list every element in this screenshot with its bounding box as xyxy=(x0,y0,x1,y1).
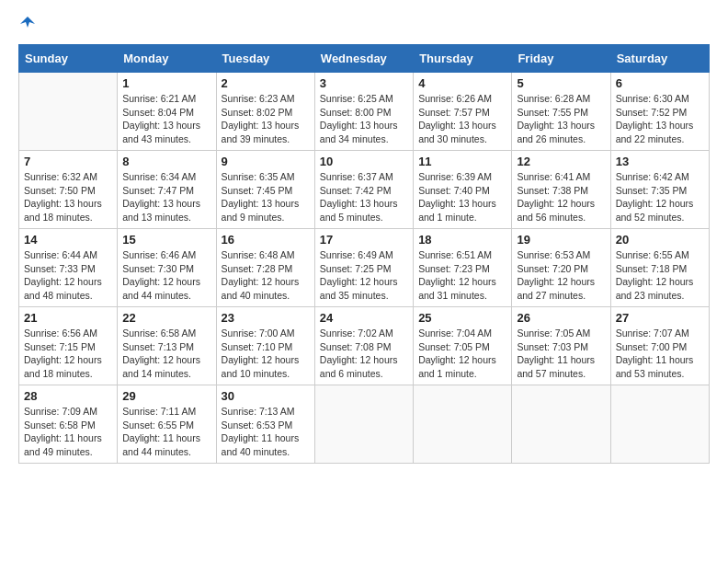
calendar-cell xyxy=(610,385,709,464)
day-number: 22 xyxy=(122,311,210,325)
calendar-cell: 8Sunrise: 6:34 AMSunset: 7:47 PMDaylight… xyxy=(118,151,216,229)
logo-bird-icon xyxy=(20,15,35,29)
calendar-cell: 24Sunrise: 7:02 AMSunset: 7:08 PMDayligh… xyxy=(314,307,413,385)
calendar-cell: 1Sunrise: 6:21 AMSunset: 8:04 PMDaylight… xyxy=(118,73,216,151)
weekday-header-friday: Friday xyxy=(512,45,610,73)
day-number: 4 xyxy=(418,76,506,90)
weekday-header-sunday: Sunday xyxy=(19,45,118,73)
day-number: 7 xyxy=(24,155,112,168)
day-info: Sunrise: 6:41 AMSunset: 7:38 PMDaylight:… xyxy=(517,170,605,224)
day-info: Sunrise: 6:35 AMSunset: 7:45 PMDaylight:… xyxy=(222,170,310,224)
calendar-cell xyxy=(414,385,512,464)
weekday-header-row: SundayMondayTuesdayWednesdayThursdayFrid… xyxy=(19,45,710,73)
day-info: Sunrise: 6:34 AMSunset: 7:47 PMDaylight:… xyxy=(122,170,210,224)
day-info: Sunrise: 6:25 AMSunset: 8:00 PMDaylight:… xyxy=(320,92,408,146)
calendar-week-row: 21Sunrise: 6:56 AMSunset: 7:15 PMDayligh… xyxy=(19,307,710,385)
day-number: 5 xyxy=(517,76,605,90)
calendar-cell: 2Sunrise: 6:23 AMSunset: 8:02 PMDaylight… xyxy=(216,73,314,151)
day-number: 25 xyxy=(418,311,506,325)
day-info: Sunrise: 6:39 AMSunset: 7:40 PMDaylight:… xyxy=(418,170,506,224)
day-number: 23 xyxy=(222,311,310,325)
calendar-cell: 11Sunrise: 6:39 AMSunset: 7:40 PMDayligh… xyxy=(414,151,512,229)
day-number: 13 xyxy=(616,155,704,168)
day-info: Sunrise: 6:58 AMSunset: 7:13 PMDaylight:… xyxy=(122,327,210,381)
day-number: 1 xyxy=(122,76,210,90)
weekday-header-monday: Monday xyxy=(118,45,216,73)
day-info: Sunrise: 6:44 AMSunset: 7:33 PMDaylight:… xyxy=(24,248,112,303)
calendar-week-row: 1Sunrise: 6:21 AMSunset: 8:04 PMDaylight… xyxy=(19,73,710,151)
day-number: 8 xyxy=(122,155,210,168)
calendar-cell: 16Sunrise: 6:48 AMSunset: 7:28 PMDayligh… xyxy=(216,229,314,307)
day-info: Sunrise: 7:05 AMSunset: 7:03 PMDaylight:… xyxy=(517,327,605,381)
calendar-cell: 22Sunrise: 6:58 AMSunset: 7:13 PMDayligh… xyxy=(118,307,216,385)
day-info: Sunrise: 7:00 AMSunset: 7:10 PMDaylight:… xyxy=(222,327,310,381)
calendar-cell: 5Sunrise: 6:28 AMSunset: 7:55 PMDaylight… xyxy=(512,73,610,151)
day-info: Sunrise: 6:37 AMSunset: 7:42 PMDaylight:… xyxy=(320,170,408,224)
day-info: Sunrise: 6:30 AMSunset: 7:52 PMDaylight:… xyxy=(616,92,704,146)
day-number: 21 xyxy=(24,311,112,325)
day-info: Sunrise: 7:13 AMSunset: 6:53 PMDaylight:… xyxy=(222,405,310,459)
day-number: 11 xyxy=(418,155,506,168)
calendar-cell xyxy=(314,385,413,464)
calendar-cell: 7Sunrise: 6:32 AMSunset: 7:50 PMDaylight… xyxy=(19,151,118,229)
calendar-table: SundayMondayTuesdayWednesdayThursdayFrid… xyxy=(18,44,710,464)
calendar-cell xyxy=(512,385,610,464)
day-number: 6 xyxy=(616,76,704,90)
day-number: 27 xyxy=(616,311,704,325)
calendar-cell: 4Sunrise: 6:26 AMSunset: 7:57 PMDaylight… xyxy=(414,73,512,151)
calendar-cell: 6Sunrise: 6:30 AMSunset: 7:52 PMDaylight… xyxy=(610,73,709,151)
calendar-cell: 15Sunrise: 6:46 AMSunset: 7:30 PMDayligh… xyxy=(118,229,216,307)
weekday-header-saturday: Saturday xyxy=(610,45,709,73)
day-number: 16 xyxy=(222,233,310,247)
calendar-cell: 20Sunrise: 6:55 AMSunset: 7:18 PMDayligh… xyxy=(610,229,709,307)
calendar-cell: 18Sunrise: 6:51 AMSunset: 7:23 PMDayligh… xyxy=(414,229,512,307)
day-number: 24 xyxy=(320,311,408,325)
calendar-cell: 26Sunrise: 7:05 AMSunset: 7:03 PMDayligh… xyxy=(512,307,610,385)
day-info: Sunrise: 7:07 AMSunset: 7:00 PMDaylight:… xyxy=(616,327,704,381)
day-number: 30 xyxy=(222,389,310,403)
calendar-cell: 30Sunrise: 7:13 AMSunset: 6:53 PMDayligh… xyxy=(216,385,314,464)
calendar-week-row: 7Sunrise: 6:32 AMSunset: 7:50 PMDaylight… xyxy=(19,151,710,229)
day-info: Sunrise: 6:56 AMSunset: 7:15 PMDaylight:… xyxy=(24,327,112,381)
calendar-cell: 13Sunrise: 6:42 AMSunset: 7:35 PMDayligh… xyxy=(610,151,709,229)
day-info: Sunrise: 6:51 AMSunset: 7:23 PMDaylight:… xyxy=(418,248,506,303)
calendar-cell: 25Sunrise: 7:04 AMSunset: 7:05 PMDayligh… xyxy=(414,307,512,385)
day-number: 10 xyxy=(320,155,408,168)
day-info: Sunrise: 7:11 AMSunset: 6:55 PMDaylight:… xyxy=(122,405,210,459)
logo xyxy=(18,18,35,29)
weekday-header-wednesday: Wednesday xyxy=(314,45,413,73)
day-number: 26 xyxy=(517,311,605,325)
day-info: Sunrise: 6:48 AMSunset: 7:28 PMDaylight:… xyxy=(222,248,310,303)
day-info: Sunrise: 6:21 AMSunset: 8:04 PMDaylight:… xyxy=(122,92,210,146)
day-number: 18 xyxy=(418,233,506,247)
calendar-cell: 3Sunrise: 6:25 AMSunset: 8:00 PMDaylight… xyxy=(314,73,413,151)
day-info: Sunrise: 6:42 AMSunset: 7:35 PMDaylight:… xyxy=(616,170,704,224)
day-number: 12 xyxy=(517,155,605,168)
calendar-cell: 21Sunrise: 6:56 AMSunset: 7:15 PMDayligh… xyxy=(19,307,118,385)
calendar-cell: 27Sunrise: 7:07 AMSunset: 7:00 PMDayligh… xyxy=(610,307,709,385)
day-info: Sunrise: 6:26 AMSunset: 7:57 PMDaylight:… xyxy=(418,92,506,146)
day-info: Sunrise: 6:55 AMSunset: 7:18 PMDaylight:… xyxy=(616,248,704,303)
calendar-cell: 23Sunrise: 7:00 AMSunset: 7:10 PMDayligh… xyxy=(216,307,314,385)
calendar-cell xyxy=(19,73,118,151)
day-number: 19 xyxy=(517,233,605,247)
page-header xyxy=(18,18,710,29)
day-number: 2 xyxy=(222,76,310,90)
day-info: Sunrise: 6:32 AMSunset: 7:50 PMDaylight:… xyxy=(24,170,112,224)
calendar-cell: 19Sunrise: 6:53 AMSunset: 7:20 PMDayligh… xyxy=(512,229,610,307)
calendar-cell: 29Sunrise: 7:11 AMSunset: 6:55 PMDayligh… xyxy=(118,385,216,464)
day-info: Sunrise: 6:53 AMSunset: 7:20 PMDaylight:… xyxy=(517,248,605,303)
calendar-cell: 28Sunrise: 7:09 AMSunset: 6:58 PMDayligh… xyxy=(19,385,118,464)
day-number: 29 xyxy=(122,389,210,403)
day-info: Sunrise: 7:09 AMSunset: 6:58 PMDaylight:… xyxy=(24,405,112,459)
day-info: Sunrise: 6:23 AMSunset: 8:02 PMDaylight:… xyxy=(222,92,310,146)
day-number: 3 xyxy=(320,76,408,90)
day-number: 14 xyxy=(24,233,112,247)
day-info: Sunrise: 6:28 AMSunset: 7:55 PMDaylight:… xyxy=(517,92,605,146)
calendar-cell: 10Sunrise: 6:37 AMSunset: 7:42 PMDayligh… xyxy=(314,151,413,229)
calendar-cell: 14Sunrise: 6:44 AMSunset: 7:33 PMDayligh… xyxy=(19,229,118,307)
weekday-header-thursday: Thursday xyxy=(414,45,512,73)
day-info: Sunrise: 7:04 AMSunset: 7:05 PMDaylight:… xyxy=(418,327,506,381)
day-number: 28 xyxy=(24,389,112,403)
day-number: 17 xyxy=(320,233,408,247)
